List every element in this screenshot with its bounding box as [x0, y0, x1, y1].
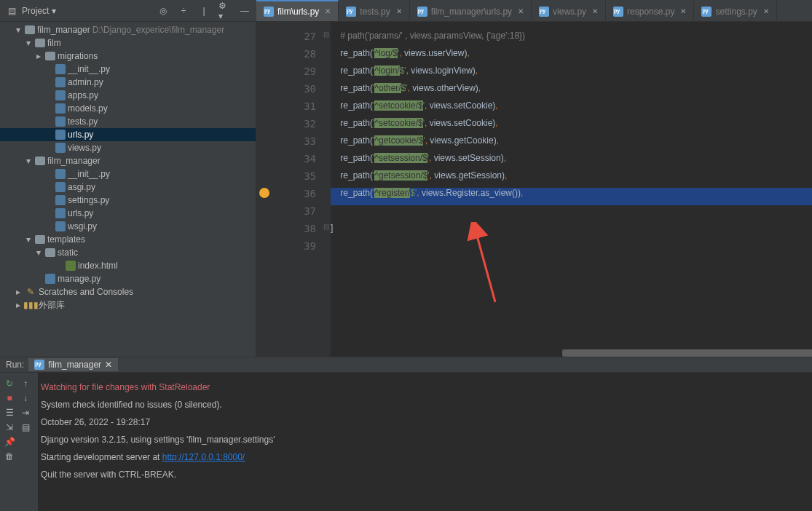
- editor-code-area[interactable]: # path('params/' , views.paramsView, {'a…: [331, 22, 812, 357]
- collapse-icon[interactable]: ÷: [178, 5, 189, 17]
- chevron-icon[interactable]: ▾: [24, 234, 33, 245]
- project-panel-header: ▤ Project ▾ ◎ ÷ | ⚙ ▾ —: [0, 0, 256, 21]
- close-icon[interactable]: ✕: [518, 7, 524, 15]
- code-line[interactable]: re_path('^setcookie/$', views.setCookie)…: [331, 118, 812, 135]
- tree-row[interactable]: views.py: [0, 141, 256, 154]
- tree-row[interactable]: ▾film_manager: [0, 154, 256, 167]
- line-number: 30: [293, 83, 331, 100]
- trash-icon[interactable]: 🗑: [3, 450, 16, 463]
- tree-label: admin.py: [68, 77, 103, 87]
- folder-icon: [35, 157, 45, 165]
- code-line[interactable]: re_path('^getsession/$', views.getSessio…: [331, 170, 812, 188]
- code-line[interactable]: # path('params/' , views.paramsView, {'a…: [331, 31, 812, 48]
- tree-row[interactable]: __init__.py: [0, 167, 256, 181]
- tree-row[interactable]: urls.py: [0, 128, 256, 141]
- console-line: Django version 3.2.15, using settings 'f…: [41, 431, 809, 448]
- chevron-icon[interactable]: ▸: [14, 300, 23, 310]
- rerun-icon[interactable]: ↻: [3, 377, 16, 390]
- editor-tab[interactable]: film_manager\urls.py✕: [410, 0, 532, 21]
- step-up-icon[interactable]: ↑: [19, 377, 32, 390]
- folder-icon: [35, 235, 45, 244]
- tree-row[interactable]: models.py: [0, 102, 256, 115]
- run-tab[interactable]: film_manager ✕: [28, 358, 118, 371]
- code-editor[interactable]: 27⊟2829303132333435363738⊟39 # path('par…: [256, 22, 812, 357]
- tree-row[interactable]: ▸▮▮▮外部库: [0, 298, 256, 312]
- tree-row[interactable]: ▸migrations: [0, 49, 256, 63]
- print-icon[interactable]: ▤: [19, 421, 32, 434]
- chevron-icon[interactable]: ▾: [14, 25, 23, 35]
- target-icon[interactable]: ◎: [157, 5, 169, 17]
- code-line[interactable]: re_path('^login/$', views.loginView),: [331, 66, 812, 83]
- code-line[interactable]: re_path('^other/$', views.otherView),: [331, 83, 812, 100]
- python-file-icon: [55, 143, 66, 153]
- code-line[interactable]: re_path('^log/$', views.userView),: [331, 48, 812, 66]
- editor-tab[interactable]: response.py✕: [606, 0, 694, 21]
- tree-row[interactable]: ▾film_manager D:\Django_experice\film_ma…: [0, 23, 256, 36]
- url-link[interactable]: http://127.0.0.1:8000/: [162, 452, 245, 462]
- chevron-icon[interactable]: ▸: [14, 287, 23, 297]
- editor-tab[interactable]: settings.py✕: [694, 0, 776, 21]
- wrap-icon[interactable]: ⇥: [19, 406, 32, 419]
- tree-row[interactable]: ▾static: [0, 246, 256, 259]
- tree-row[interactable]: asgi.py: [0, 181, 256, 194]
- folder-icon: [35, 39, 45, 47]
- editor-tab[interactable]: film\urls.py✕: [256, 0, 339, 21]
- tree-row[interactable]: ▸✎Scratches and Consoles: [0, 285, 256, 298]
- horizontal-scrollbar[interactable]: [562, 349, 808, 357]
- tree-row[interactable]: ▾templates: [0, 233, 256, 246]
- close-icon[interactable]: ✕: [680, 7, 686, 15]
- editor-tab[interactable]: tests.py✕: [339, 0, 409, 21]
- layout-icon[interactable]: ☰: [3, 406, 16, 419]
- line-number: 31: [293, 100, 331, 118]
- code-line[interactable]: re_path('^setsession/$', views.setSessio…: [331, 153, 812, 170]
- line-number: 33: [293, 135, 331, 153]
- code-line[interactable]: re_path('^register/$', views.Register.as…: [331, 188, 812, 205]
- project-title[interactable]: Project ▾: [22, 6, 56, 16]
- tree-row[interactable]: apps.py: [0, 89, 256, 102]
- python-file-icon: [55, 103, 66, 114]
- tree-row[interactable]: manage.py: [0, 272, 256, 285]
- code-line[interactable]: re_path('^getcookie/$', views.getCookie)…: [331, 135, 812, 153]
- tree-row[interactable]: urls.py: [0, 207, 256, 220]
- gear-icon[interactable]: ⚙ ▾: [218, 5, 230, 17]
- code-line[interactable]: [331, 240, 812, 258]
- tree-row[interactable]: admin.py: [0, 76, 256, 89]
- close-icon[interactable]: ✕: [396, 7, 402, 15]
- tab-label: film\urls.py: [277, 7, 319, 17]
- tree-row[interactable]: index.html: [0, 259, 256, 272]
- scroll-icon[interactable]: ⇲: [3, 421, 16, 434]
- python-file-icon: [55, 221, 66, 231]
- chevron-icon[interactable]: ▾: [34, 247, 43, 258]
- tree-label: __init__.py: [68, 169, 110, 179]
- tree-row[interactable]: ▾film: [0, 36, 256, 49]
- close-icon[interactable]: ✕: [325, 7, 331, 15]
- step-down-icon[interactable]: ↓: [19, 392, 32, 405]
- project-icon: ▤: [6, 5, 17, 17]
- code-line[interactable]: [331, 205, 812, 223]
- python-file-icon: [55, 169, 66, 179]
- minimize-icon[interactable]: —: [239, 5, 251, 17]
- close-icon[interactable]: ✕: [105, 360, 112, 370]
- close-icon[interactable]: ✕: [592, 7, 598, 15]
- close-icon[interactable]: ✕: [763, 7, 769, 15]
- code-line[interactable]: re_path('^setcookie/$', views.setCookie)…: [331, 100, 812, 118]
- console-line: Quit the server with CTRL-BREAK.: [41, 466, 809, 483]
- tree-row[interactable]: wsgi.py: [0, 220, 256, 233]
- chevron-icon[interactable]: ▾: [24, 38, 33, 48]
- console-output[interactable]: Watching for file changes with StatReloa…: [38, 373, 812, 511]
- project-tree[interactable]: ▾film_manager D:\Django_experice\film_ma…: [0, 22, 256, 357]
- python-file-icon: [417, 7, 427, 17]
- editor-tab[interactable]: views.py✕: [532, 0, 606, 21]
- tree-row[interactable]: __init__.py: [0, 63, 256, 76]
- top-bar: ▤ Project ▾ ◎ ÷ | ⚙ ▾ — film\urls.py✕tes…: [0, 0, 812, 22]
- tree-label: __init__.py: [68, 64, 110, 74]
- divider-icon: |: [198, 5, 210, 17]
- pin-icon[interactable]: 📌: [3, 435, 16, 448]
- tree-row[interactable]: settings.py: [0, 194, 256, 207]
- code-line[interactable]: ]: [331, 223, 812, 240]
- tree-row[interactable]: tests.py: [0, 115, 256, 128]
- stop-icon[interactable]: ■: [3, 392, 16, 405]
- chevron-icon[interactable]: ▾: [24, 156, 33, 166]
- chevron-icon[interactable]: ▸: [34, 51, 43, 61]
- line-number: 32: [293, 118, 331, 135]
